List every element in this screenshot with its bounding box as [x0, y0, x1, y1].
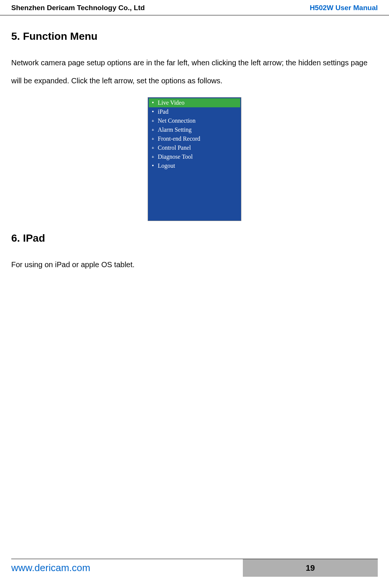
footer-row: www.dericam.com 19 — [11, 559, 378, 577]
menu-item-label: Front-end Record — [158, 135, 200, 142]
manual-title: H502W User Manual — [310, 4, 378, 12]
plus-icon — [151, 155, 155, 159]
menu-item-logout[interactable]: Logout — [149, 161, 240, 170]
section-6-heading: 6. IPad — [11, 232, 378, 244]
page-number: 19 — [243, 559, 378, 577]
menu-item-label: Diagnose Tool — [158, 153, 193, 160]
menu-item-ipad[interactable]: iPad — [149, 107, 240, 116]
page-content: 5. Function Menu Network camera page set… — [0, 15, 389, 274]
page-footer: www.dericam.com 19 — [11, 559, 378, 577]
section-5-paragraph: Network camera page setup options are in… — [11, 54, 378, 90]
plus-icon — [151, 119, 155, 123]
menu-item-label: iPad — [158, 108, 168, 115]
dot-icon — [151, 164, 155, 168]
menu-item-net-connection[interactable]: Net Connection — [149, 116, 240, 125]
footer-website: www.dericam.com — [11, 559, 243, 577]
company-name: Shenzhen Dericam Technology Co., Ltd — [11, 4, 145, 12]
menu-item-alarm-setting[interactable]: Alarm Setting — [149, 125, 240, 134]
plus-icon — [151, 137, 155, 141]
plus-icon — [151, 128, 155, 132]
dot-icon — [151, 110, 155, 114]
plus-icon — [151, 146, 155, 150]
menu-item-diagnose-tool[interactable]: Diagnose Tool — [149, 152, 240, 161]
menu-item-label: Alarm Setting — [158, 126, 192, 133]
menu-item-front-end-record[interactable]: Front-end Record — [149, 134, 240, 143]
section-6-paragraph: For using on iPad or apple OS tablet. — [11, 256, 378, 274]
menu-item-live-video[interactable]: Live Video — [149, 98, 240, 107]
menu-item-label: Net Connection — [158, 117, 196, 124]
menu-item-control-panel[interactable]: Control Panel — [149, 143, 240, 152]
menu-item-label: Logout — [158, 162, 175, 169]
page-header: Shenzhen Dericam Technology Co., Ltd H50… — [0, 0, 389, 15]
menu-item-label: Live Video — [158, 99, 184, 106]
dot-icon — [151, 101, 155, 105]
function-menu-screenshot: Live Video iPad Net Connection Alarm Set… — [148, 97, 241, 221]
menu-item-label: Control Panel — [158, 144, 191, 151]
section-5-heading: 5. Function Menu — [11, 30, 378, 42]
